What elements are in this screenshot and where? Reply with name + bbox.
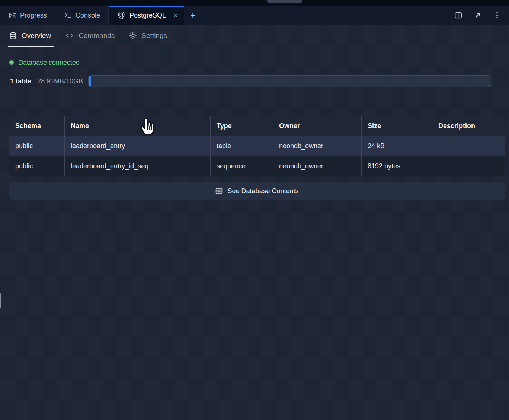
- column-header-owner: Owner: [273, 116, 362, 136]
- tab-postgresql-label: PostgreSQL: [129, 12, 166, 19]
- storage-usage: 28.91MB/10GB: [37, 77, 83, 85]
- see-database-contents-label: See Database Contents: [227, 187, 298, 195]
- tab-overview[interactable]: Overview: [9, 25, 51, 47]
- table-row[interactable]: public leaderboard_entry_id_seq sequence…: [9, 156, 505, 176]
- code-icon: [65, 32, 74, 40]
- tab-overview-label: Overview: [22, 32, 51, 40]
- postgresql-pane: Overview Commands: [0, 25, 509, 420]
- cell-size: 24 kB: [362, 136, 432, 156]
- cell-type: sequence: [211, 156, 273, 176]
- see-database-contents-button[interactable]: See Database Contents: [9, 182, 505, 200]
- table-count: 1 table: [10, 77, 31, 85]
- expand-icon[interactable]: [473, 10, 483, 20]
- cell-type: table: [211, 136, 273, 156]
- pane-subnav: Overview Commands: [0, 25, 509, 47]
- cell-name[interactable]: leaderboard_entry: [65, 136, 211, 156]
- tab-console-label: Console: [76, 12, 100, 19]
- storage-progress-bar: [88, 75, 491, 87]
- table-header-row: Schema Name Type Owner Size Description: [9, 116, 505, 136]
- column-header-description: Description: [432, 116, 505, 136]
- cell-owner: neondb_owner: [273, 136, 362, 156]
- status-text: Database connected: [18, 59, 80, 67]
- cell-owner: neondb_owner: [273, 156, 362, 176]
- new-tab-button[interactable]: +: [184, 6, 201, 25]
- tab-settings[interactable]: Settings: [129, 25, 167, 47]
- tab-commands[interactable]: Commands: [65, 25, 115, 47]
- table-row[interactable]: public leaderboard_entry table neondb_ow…: [9, 136, 505, 156]
- database-icon: [9, 32, 17, 40]
- status-dot-icon: [9, 60, 14, 65]
- cell-schema: public: [9, 156, 65, 176]
- progress-icon: [8, 11, 16, 19]
- close-tab-icon[interactable]: ×: [172, 11, 179, 20]
- cell-description: [432, 136, 505, 156]
- more-options-icon[interactable]: [492, 10, 502, 20]
- pane-actions: [453, 6, 509, 25]
- table-grid-icon: [215, 187, 223, 195]
- tab-progress[interactable]: Progress: [0, 6, 55, 25]
- storage-progress-fill: [89, 76, 91, 87]
- column-header-type: Type: [211, 116, 273, 136]
- tab-console[interactable]: Console: [55, 6, 109, 25]
- column-header-name: Name: [65, 116, 211, 136]
- split-panel-icon[interactable]: [453, 10, 464, 20]
- floating-toolbar-fragment: [267, 0, 302, 3]
- pane-tab-bar: Progress Console PostgreSQL × +: [0, 6, 509, 25]
- window-top-strip: [0, 0, 509, 6]
- gear-icon: [129, 32, 137, 40]
- cell-name[interactable]: leaderboard_entry_id_seq: [65, 156, 211, 176]
- cell-size: 8192 bytes: [362, 156, 432, 176]
- panel-resize-handle[interactable]: [0, 293, 1, 308]
- cell-description: [432, 156, 505, 176]
- column-header-schema: Schema: [9, 116, 65, 136]
- console-icon: [64, 11, 72, 19]
- postgresql-icon: [117, 11, 126, 20]
- tab-postgresql[interactable]: PostgreSQL ×: [109, 6, 184, 25]
- storage-summary: 1 table 28.91MB/10GB: [0, 75, 509, 87]
- tab-commands-label: Commands: [79, 32, 115, 40]
- database-objects-table: Schema Name Type Owner Size Description …: [9, 116, 505, 176]
- connection-status: Database connected: [0, 58, 509, 67]
- tab-settings-label: Settings: [141, 32, 167, 40]
- column-header-size: Size: [362, 116, 432, 136]
- tab-progress-label: Progress: [20, 12, 47, 19]
- cell-schema: public: [9, 136, 65, 156]
